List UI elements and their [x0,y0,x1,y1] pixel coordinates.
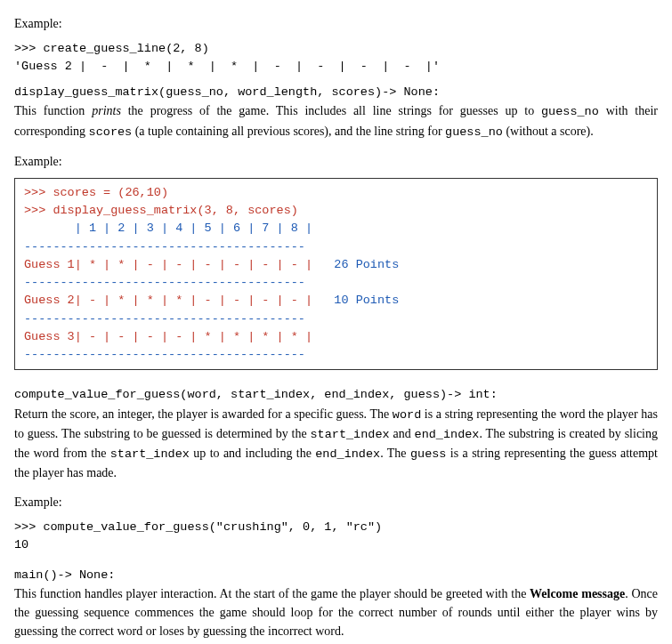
ex2-dash2: --------------------------------------- [24,276,305,289]
desc1-scores: scores [89,125,133,139]
example-label-1: Example: [14,14,658,33]
ex2-g2-red: Guess 2| - | * | * | * | - | - | - | - | [24,294,312,307]
ex1-out: 'Guess 2 | - | * | * | * | - | - | - | -… [14,60,440,73]
ex3-l1: >>> compute_value_for_guess("crushing", … [14,520,382,534]
ex2-g1-pts: 26 Points [312,258,399,271]
ex2-dash3: --------------------------------------- [24,312,305,326]
desc1-d: (a tuple containing all previous scores)… [132,125,445,138]
desc2-f: . The [380,447,410,460]
desc1-b: the progress of the game. This includes … [121,104,541,117]
desc2-a: Return the score, an integer, the player… [14,407,393,421]
example-3-code: >>> compute_value_for_guess("crushing", … [14,519,658,553]
example-label-3: Example: [14,493,658,511]
ex2-l2: >>> display_guess_matrix(3, 8, scores) [24,204,298,217]
ex2-header: | 1 | 2 | 3 | 4 | 5 | 6 | 7 | 8 | [24,221,312,235]
example-2-output: >>> scores = (26,10) >>> display_guess_m… [14,178,658,371]
desc2-e: up to and including the [190,447,315,460]
desc2-ei: end_index [415,428,480,441]
ex2-dash4: --------------------------------------- [24,348,305,361]
example-label-2: Example: [14,152,658,171]
desc2-guess: guess [410,447,447,461]
desc1-prints: prints [92,104,121,117]
ex2-dash1: --------------------------------------- [24,240,305,254]
desc1-e: (without a score). [503,125,594,138]
sig-3: main()-> None: [14,568,115,582]
ex3-l2: 10 [14,538,28,551]
sig-1: display_guess_matrix(guess_no, word_leng… [14,85,440,99]
desc2-c: and [390,427,415,440]
fn-desc-2: compute_value_for_guess(word, start_inde… [14,384,658,482]
ex2-g3-red: Guess 3| - | - | - | - | * | * | * | * | [24,330,312,343]
ex2-g2-pts: 10 Points [312,294,399,307]
ex2-l1: >>> scores = (26,10) [24,186,168,199]
fn-desc-3: main()-> None: This function handles pla… [14,565,658,640]
desc2-si: start_index [311,428,390,441]
desc2-si2: start_index [110,447,190,461]
desc1-g1: guess_no [541,105,599,118]
desc3-a: This function handles player interaction… [14,587,530,600]
fn-desc-1: display_guess_matrix(guess_no, word_leng… [14,82,658,141]
desc1-a: This function [14,104,92,117]
ex1-call: >>> create_guess_line(2, 8) [14,42,209,55]
desc3-welcome: Welcome message [530,587,625,600]
desc2-ei2: end_index [315,447,380,461]
ex2-g1-red: Guess 1| * | * | - | - | - | - | - | - | [24,258,312,271]
desc2-word: word [393,408,421,422]
desc1-g2: guess_no [445,125,503,139]
example-1-code: >>> create_guess_line(2, 8) 'Guess 2 | -… [14,40,658,75]
sig-2: compute_value_for_guess(word, start_inde… [14,388,498,401]
